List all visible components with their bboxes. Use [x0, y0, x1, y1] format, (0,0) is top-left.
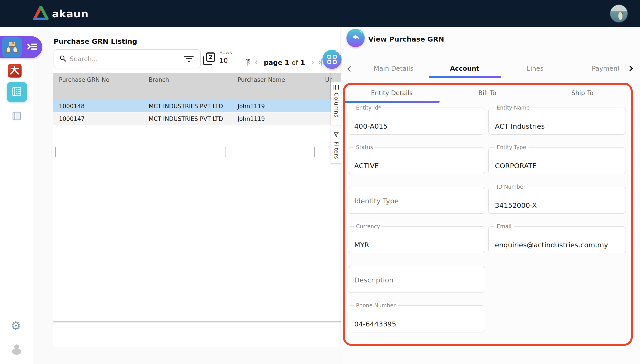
page-count-icon: 2 — [206, 52, 215, 62]
columns-icon — [334, 85, 339, 90]
next-page-button[interactable] — [310, 61, 314, 64]
email-field[interactable]: Email enquiries@actindustries.com.my — [488, 226, 626, 253]
description-field[interactable]: Description — [348, 266, 485, 293]
user-avatar[interactable] — [610, 5, 628, 22]
akaun-logo-icon — [33, 6, 49, 21]
tabs-scroll-left-icon[interactable] — [347, 66, 353, 72]
column-divider — [234, 73, 234, 100]
currency-field[interactable]: Currency MYR — [348, 226, 485, 253]
back-button[interactable] — [346, 29, 365, 47]
table-row-selected[interactable]: 1000148 MCT INDUSTRIES PVT LTD John1119 — [53, 100, 341, 112]
table-header-row: Purchase GRN No Branch Purchaser Name Up — [53, 73, 341, 86]
settings-gear-icon[interactable]: ⚙ — [11, 320, 21, 332]
table-filter-row — [53, 86, 341, 100]
entity-type-field[interactable]: Entity Type CORPORATE — [488, 147, 626, 174]
brand-name: akaun — [52, 8, 88, 20]
sidebar-app-red[interactable] — [8, 64, 22, 78]
tab-lines[interactable]: Lines — [527, 65, 544, 72]
page-title: Purchase GRN Listing — [54, 37, 137, 45]
first-page-button[interactable] — [247, 59, 251, 66]
column-divider — [322, 73, 322, 100]
app-root: akaun — [0, 0, 640, 364]
rows-label: Rows — [219, 50, 254, 55]
tabs-scroll-right-icon[interactable] — [627, 66, 633, 71]
brand[interactable]: akaun — [33, 6, 88, 21]
list-document-icon — [12, 86, 22, 98]
left-sidebar: ⚙ — [0, 27, 33, 364]
subtab-ship-to[interactable]: Ship To — [571, 89, 593, 97]
prev-page-button[interactable] — [255, 61, 258, 64]
table-row[interactable]: 1000147 MCT INDUSTRIES PVT LTD John1119 — [53, 112, 341, 125]
search-icon — [59, 55, 66, 63]
filter-input-purchaser[interactable] — [235, 147, 315, 157]
filter-input-grn-no[interactable] — [55, 147, 135, 157]
sidebar-app-listing-active[interactable] — [7, 82, 27, 102]
last-page-button[interactable] — [318, 59, 322, 66]
column-header-purchaser[interactable]: Purchaser Name — [238, 76, 285, 83]
subtab-bill-to[interactable]: Bill To — [478, 89, 496, 97]
top-navbar: akaun — [0, 0, 640, 27]
identity-type-field[interactable]: Identity Type — [348, 187, 485, 214]
detail-title: View Purchase GRN — [368, 35, 444, 43]
active-tab-underline — [429, 76, 501, 78]
status-field[interactable]: Status ACTIVE — [348, 147, 485, 174]
brush-character-icon — [10, 65, 20, 76]
subtab-entity-details[interactable]: Entity Details — [371, 89, 413, 97]
search-bar — [54, 49, 201, 68]
search-input[interactable] — [70, 55, 183, 63]
back-arrow-icon — [351, 33, 360, 43]
columns-tab[interactable]: Columns — [331, 81, 341, 125]
grid-icon — [327, 55, 337, 64]
purchase-grn-listing-panel: Purchase GRN Listing 2 Rows 10 — [53, 27, 340, 347]
menu-expand-icon — [27, 43, 37, 52]
list-document-icon — [12, 118, 22, 122]
sidebar-app-listing-inactive[interactable] — [12, 111, 22, 122]
table-side-tabs: Columns Filters — [331, 81, 341, 164]
filter-input-branch[interactable] — [146, 147, 226, 157]
sidebar-app-inventory[interactable] — [2, 37, 22, 57]
id-number-field[interactable]: ID Number 34152000-X — [488, 187, 626, 214]
view-purchase-grn-panel: View Purchase GRN Main Details Account L… — [342, 27, 640, 364]
funnel-icon — [333, 132, 339, 138]
profile-person-icon[interactable] — [12, 344, 21, 355]
column-header-grn-no[interactable]: Purchase GRN No — [59, 76, 110, 83]
horizontal-scrollbar[interactable] — [53, 321, 341, 322]
column-divider — [145, 73, 145, 100]
phone-number-field[interactable]: Phone Number 04-6443395 — [348, 305, 485, 332]
column-header-branch[interactable]: Branch — [149, 76, 169, 83]
grid-view-button[interactable] — [322, 50, 342, 69]
total-pages: 1 — [300, 58, 305, 67]
current-page: 1 — [285, 58, 290, 67]
tab-account[interactable]: Account — [450, 65, 479, 72]
entity-id-field[interactable]: Entity Id* 400-A015 — [348, 108, 485, 135]
tab-payment[interactable]: Payment — [592, 65, 619, 72]
filter-list-icon[interactable] — [183, 54, 195, 63]
detail-tabs: Main Details Account Lines Payment — [342, 59, 640, 79]
account-sub-tabs: Entity Details Bill To Ship To — [342, 83, 640, 102]
entity-name-field[interactable]: Entity Name ACT Industries — [488, 108, 626, 135]
multi-page-view-button[interactable]: 2 — [203, 52, 215, 65]
active-subtab-underline — [344, 101, 440, 103]
hands-package-icon — [5, 40, 19, 54]
page-indicator: page 1 of 1 — [264, 58, 305, 67]
pagination: page 1 of 1 — [247, 58, 322, 67]
filters-tab[interactable]: Filters — [331, 128, 341, 164]
tab-main-details[interactable]: Main Details — [374, 65, 414, 72]
